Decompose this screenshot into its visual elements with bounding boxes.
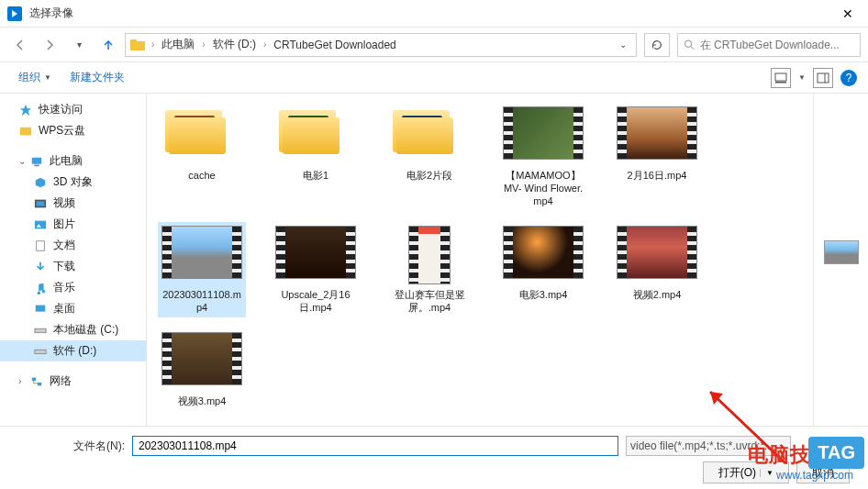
breadcrumb-item[interactable]: CRTubeGet Downloaded (272, 39, 397, 51)
file-name: 2月16日.mp4 (628, 169, 687, 182)
svg-rect-20 (35, 328, 46, 332)
svg-rect-11 (32, 157, 42, 163)
folder-icon (275, 106, 341, 158)
svg-rect-18 (37, 240, 45, 250)
navbar: ▾ › 此电脑 › 软件 (D:) › CRTubeGet Downloaded… (0, 28, 868, 62)
folder-item[interactable]: 电影2片段 (385, 103, 473, 211)
sidebar-item-quick-access[interactable]: 快速访问 (0, 99, 146, 120)
chevron-right-icon: › (262, 39, 268, 50)
svg-line-4 (691, 47, 694, 50)
toolbar: 组织▼ 新建文件夹 ▼ ? (0, 62, 868, 94)
back-button[interactable] (7, 33, 33, 57)
cloud-icon (18, 124, 33, 139)
video-item[interactable]: Upscale_2月16日.mp4 (272, 222, 360, 317)
sidebar-item-3d[interactable]: 3D 对象 (0, 172, 146, 193)
svg-rect-10 (20, 127, 31, 135)
video-item[interactable]: 视频2.mp4 (613, 222, 701, 317)
preview-thumbnail (824, 240, 859, 264)
folder-icon (389, 106, 455, 158)
sidebar-item-downloads[interactable]: 下载 (0, 256, 146, 277)
refresh-button[interactable] (644, 33, 670, 57)
new-folder-button[interactable]: 新建文件夹 (62, 66, 132, 89)
svg-rect-22 (32, 377, 36, 381)
preview-pane-button[interactable] (813, 68, 833, 88)
chevron-down-icon[interactable]: ▼ (798, 73, 806, 82)
desktop-icon (33, 302, 48, 317)
file-name: 电影3.mp4 (519, 288, 568, 301)
cube-icon (33, 175, 48, 190)
chevron-down-icon: ▼ (44, 73, 51, 82)
video-item[interactable]: 电影3.mp4 (499, 222, 587, 317)
video-thumb-icon (161, 226, 242, 279)
svg-marker-13 (36, 177, 46, 187)
close-button[interactable]: ✕ (835, 6, 861, 21)
file-name: 电影2片段 (406, 169, 452, 182)
video-item[interactable]: 2月16日.mp4 (613, 103, 701, 211)
breadcrumb-item[interactable]: 此电脑 (160, 37, 196, 52)
up-button[interactable] (95, 33, 121, 57)
svg-rect-12 (34, 164, 39, 166)
video-item[interactable]: 【MAMAMOO】MV- Wind Flower.mp4 (499, 103, 587, 211)
sidebar: 快速访问 WPS云盘 ⌄ 此电脑 3D 对象 视频 图片 文档 下载 音乐 桌面… (0, 94, 147, 426)
star-icon (18, 103, 33, 117)
recent-dropdown[interactable]: ▾ (66, 33, 92, 57)
video-item-selected[interactable]: 202303011108.mp4 (158, 222, 246, 317)
sidebar-item-pictures[interactable]: 图片 (0, 214, 146, 235)
video-thumb-icon (617, 226, 697, 279)
chevron-right-icon: › (150, 39, 156, 50)
svg-marker-9 (20, 104, 31, 115)
video-item[interactable]: 视频3.mp4 (158, 328, 246, 411)
music-icon (33, 281, 48, 295)
file-name: 视频3.mp4 (178, 395, 227, 407)
svg-rect-7 (818, 73, 829, 83)
sidebar-item-thispc[interactable]: ⌄ 此电脑 (0, 150, 146, 172)
svg-point-3 (684, 40, 691, 47)
organize-button[interactable]: 组织▼ (11, 66, 59, 89)
folder-icon (129, 37, 146, 53)
view-thumbnails-button[interactable] (771, 68, 791, 88)
network-icon (29, 374, 44, 389)
main-area: 快速访问 WPS云盘 ⌄ 此电脑 3D 对象 视频 图片 文档 下载 音乐 桌面… (0, 94, 868, 426)
file-name: 视频2.mp4 (633, 288, 682, 301)
sidebar-item-docs[interactable]: 文档 (0, 235, 146, 256)
filename-input[interactable] (132, 436, 618, 456)
sidebar-item-network[interactable]: › 网络 (0, 371, 146, 392)
download-icon (33, 260, 48, 274)
svg-rect-21 (35, 350, 46, 353)
folder-icon (161, 106, 228, 158)
svg-rect-6 (775, 82, 786, 83)
sidebar-item-diskc[interactable]: 本地磁盘 (C:) (0, 319, 146, 340)
sidebar-item-desktop[interactable]: 桌面 (0, 298, 146, 319)
search-box[interactable] (677, 33, 861, 57)
split-dropdown-icon[interactable]: ▼ (760, 469, 773, 477)
open-button[interactable]: 打开(O)▼ (703, 461, 789, 483)
sidebar-item-diskd[interactable]: 软件 (D:) (0, 340, 146, 361)
folder-item[interactable]: 电影1 (272, 103, 360, 211)
svg-rect-15 (37, 201, 45, 206)
sidebar-item-videos[interactable]: 视频 (0, 193, 146, 214)
forward-button[interactable] (37, 33, 62, 57)
chevron-down-icon: ⌄ (779, 441, 786, 450)
chevron-right-icon: › (18, 376, 28, 386)
folder-item[interactable]: cache (158, 103, 246, 211)
sidebar-item-music[interactable]: 音乐 (0, 277, 146, 298)
file-name: Upscale_2月16日.mp4 (275, 288, 356, 314)
chevron-right-icon: › (200, 39, 206, 50)
chevron-down-icon[interactable]: ⌄ (614, 39, 632, 50)
filename-label: 文件名(N): (15, 439, 125, 454)
sidebar-item-wps[interactable]: WPS云盘 (0, 120, 146, 141)
breadcrumb-item[interactable]: 软件 (D:) (211, 37, 258, 52)
video-item[interactable]: 登山赛车但是竖屏。.mp4 (385, 222, 473, 317)
app-icon (7, 6, 22, 21)
search-icon (684, 39, 695, 50)
file-name: 【MAMAMOO】MV- Wind Flower.mp4 (503, 169, 584, 207)
titlebar: 选择录像 ✕ (0, 0, 868, 28)
file-name: 电影1 (303, 169, 328, 182)
svg-rect-19 (36, 305, 46, 311)
search-input[interactable] (700, 39, 854, 51)
help-button[interactable]: ? (840, 70, 857, 86)
filetype-select[interactable]: video file(*.mp4;*.ts;*.uvrd;*... ⌄ (626, 436, 791, 456)
file-grid[interactable]: cache 电影1 电影2片段 【MAMAMOO】MV- Wind Flower… (147, 94, 813, 426)
address-bar[interactable]: › 此电脑 › 软件 (D:) › CRTubeGet Downloaded ⌄ (125, 33, 637, 57)
video-thumb-icon (161, 332, 242, 385)
